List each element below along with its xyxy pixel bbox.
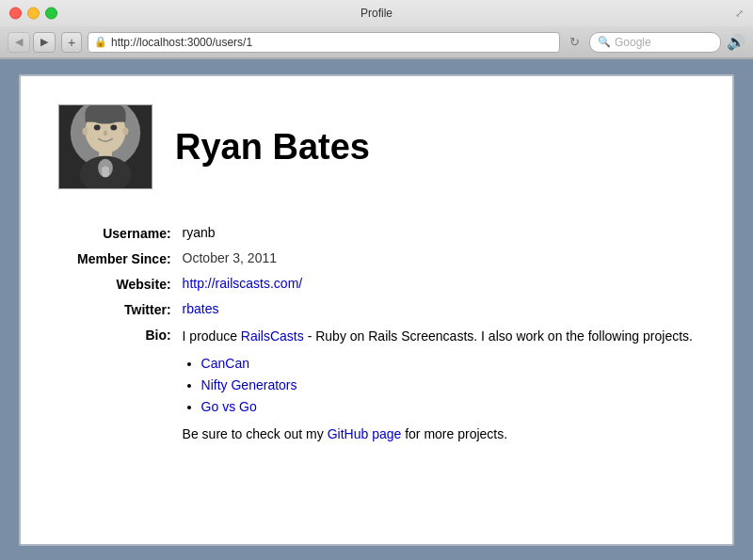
list-item: Nifty Generators bbox=[201, 376, 693, 395]
twitter-value: rbates bbox=[183, 301, 693, 317]
svg-rect-11 bbox=[102, 167, 109, 178]
search-icon: 🔍 bbox=[598, 36, 611, 48]
back-button[interactable]: ◀ bbox=[8, 32, 30, 53]
search-placeholder: Google bbox=[615, 36, 651, 49]
bio-text: I produce RailsCasts - Ruby on Rails Scr… bbox=[183, 327, 693, 444]
github-link[interactable]: GitHub page bbox=[328, 426, 402, 441]
projects-list: CanCan Nifty Generators Go vs Go bbox=[201, 354, 693, 417]
member-since-value: October 3, 2011 bbox=[183, 250, 693, 266]
resize-icon: ⤢ bbox=[735, 8, 744, 20]
profile-name: Ryan Bates bbox=[175, 127, 370, 168]
go-vs-go-link[interactable]: Go vs Go bbox=[201, 399, 257, 414]
railscasts-link[interactable]: RailsCasts bbox=[241, 328, 304, 344]
profile-header: Ryan Bates bbox=[58, 104, 695, 189]
svg-point-7 bbox=[104, 130, 107, 136]
website-link[interactable]: http://railscasts.com/ bbox=[183, 276, 303, 291]
maximize-button[interactable] bbox=[45, 8, 57, 20]
bio-label: Bio: bbox=[77, 327, 183, 444]
cancan-link[interactable]: CanCan bbox=[201, 356, 249, 371]
twitter-link[interactable]: rbates bbox=[183, 301, 219, 316]
address-bar[interactable]: 🔒 http://localhost:3000/users/1 bbox=[88, 32, 560, 53]
bio-intro: I produce RailsCasts - Ruby on Rails Scr… bbox=[183, 328, 693, 344]
page-title: Profile bbox=[360, 7, 393, 20]
minimize-button[interactable] bbox=[27, 8, 40, 20]
website-label: Website: bbox=[77, 276, 183, 292]
nav-buttons: ◀ ▶ bbox=[8, 32, 56, 53]
browser-chrome: Profile ⤢ ◀ ▶ + 🔒 http://localhost:3000/… bbox=[0, 0, 753, 59]
bio-row: Bio: I produce RailsCasts - Ruby on Rail… bbox=[77, 327, 693, 444]
reload-button[interactable]: ↻ bbox=[566, 35, 584, 49]
member-since-label: Member Since: bbox=[77, 250, 183, 266]
forward-button[interactable]: ▶ bbox=[33, 32, 56, 53]
svg-point-12 bbox=[83, 127, 88, 135]
twitter-row: Twitter: rbates bbox=[77, 301, 693, 317]
new-tab-button[interactable]: + bbox=[61, 32, 82, 53]
search-bar[interactable]: 🔍 Google bbox=[589, 32, 721, 53]
bio-value: I produce RailsCasts - Ruby on Rails Scr… bbox=[183, 327, 693, 444]
svg-point-6 bbox=[110, 125, 117, 131]
list-item: CanCan bbox=[201, 354, 693, 374]
url-text: http://localhost:3000/users/1 bbox=[111, 36, 553, 49]
page-wrapper: Ryan Bates Username: ryanb Member Since:… bbox=[0, 59, 753, 560]
page-content: Ryan Bates Username: ryanb Member Since:… bbox=[19, 74, 734, 546]
window-controls bbox=[9, 8, 57, 20]
avatar bbox=[58, 104, 152, 189]
svg-point-5 bbox=[94, 125, 101, 131]
toolbar: ◀ ▶ + 🔒 http://localhost:3000/users/1 ↻ … bbox=[0, 26, 753, 58]
speaker-icon: 🔊 bbox=[727, 33, 745, 51]
username-label: Username: bbox=[77, 225, 183, 241]
website-row: Website: http://railscasts.com/ bbox=[77, 276, 693, 292]
close-button[interactable] bbox=[9, 8, 22, 20]
nifty-generators-link[interactable]: Nifty Generators bbox=[201, 377, 297, 392]
bio-footer: Be sure to check out my GitHub page for … bbox=[183, 424, 693, 444]
title-bar: Profile ⤢ bbox=[0, 0, 753, 26]
member-since-row: Member Since: October 3, 2011 bbox=[77, 250, 693, 266]
svg-point-13 bbox=[123, 127, 129, 135]
svg-rect-4 bbox=[85, 113, 125, 122]
website-value: http://railscasts.com/ bbox=[183, 276, 693, 292]
username-row: Username: ryanb bbox=[77, 225, 693, 241]
username-value: ryanb bbox=[183, 225, 693, 241]
twitter-label: Twitter: bbox=[77, 301, 183, 317]
security-icon: 🔒 bbox=[94, 36, 107, 48]
list-item: Go vs Go bbox=[201, 397, 693, 417]
profile-fields: Username: ryanb Member Since: October 3,… bbox=[77, 216, 693, 454]
